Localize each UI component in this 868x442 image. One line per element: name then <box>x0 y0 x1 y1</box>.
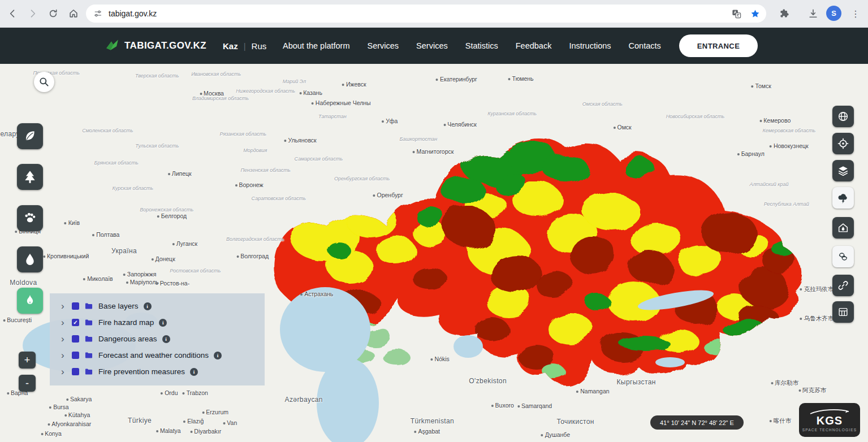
kgs-swoosh-icon <box>809 409 850 414</box>
checkbox[interactable] <box>72 352 79 359</box>
map-search-button[interactable] <box>34 72 54 92</box>
zoom-out-button[interactable]: - <box>19 375 36 392</box>
paw-icon <box>23 211 37 226</box>
fauna-layer-button[interactable] <box>17 205 43 231</box>
nav-instructions[interactable]: Instructions <box>569 41 611 50</box>
share-link-button[interactable] <box>832 275 854 296</box>
folder-icon <box>84 318 93 327</box>
data-table-button[interactable] <box>832 301 854 323</box>
layer-row-base-layers[interactable]: Base layers <box>50 298 265 314</box>
water-drop-icon <box>23 252 37 267</box>
layers-icon <box>837 164 849 177</box>
nav-statistics[interactable]: Statistics <box>465 41 498 50</box>
layer-label: Fire prevention measures <box>98 367 185 376</box>
crosshair-icon <box>837 137 849 150</box>
volunteer-button[interactable] <box>832 246 854 267</box>
kgs-subtitle: SPACE TECHNOLOGIES <box>802 428 857 432</box>
site-navbar: TABIGAT.GOV.KZ Kaz | Rus About the platf… <box>0 28 868 64</box>
url-text: tabigat.gov.kz <box>109 9 157 18</box>
translate-icon[interactable] <box>731 8 742 19</box>
fire-layer-button[interactable] <box>17 288 43 314</box>
layer-row-fire-prevention[interactable]: Fire prevention measures <box>50 363 265 380</box>
fire-home-icon <box>837 222 849 234</box>
lang-kaz[interactable]: Kaz <box>223 41 238 51</box>
layer-label: Base layers <box>98 302 139 310</box>
layer-label: Forecast and weather conditions <box>98 351 209 359</box>
map-canvas[interactable]: МоскваКазаньИжевскНабережные ЧелныЕкатер… <box>0 64 868 442</box>
fire-events-button[interactable] <box>832 217 854 239</box>
layer-row-fire-hazard-map[interactable]: Fire hazard map <box>50 314 265 331</box>
hands-icon <box>837 250 849 263</box>
nav-contacts[interactable]: Contacts <box>629 41 661 50</box>
site-settings-icon[interactable] <box>93 8 103 19</box>
home-icon[interactable] <box>67 7 80 20</box>
info-icon[interactable] <box>159 319 167 327</box>
search-icon <box>38 76 50 88</box>
chevron-right-icon[interactable] <box>61 318 67 327</box>
weather-button[interactable] <box>832 187 854 209</box>
folder-icon <box>84 302 93 310</box>
lang-rus[interactable]: Rus <box>252 41 267 51</box>
table-icon <box>837 306 849 318</box>
site-logo[interactable]: TABIGAT.GOV.KZ <box>105 28 206 64</box>
basemap-globe-button[interactable] <box>832 106 854 127</box>
checkbox[interactable] <box>72 335 79 343</box>
link-icon <box>837 279 849 292</box>
checkbox[interactable] <box>72 368 79 375</box>
nav-services-1[interactable]: Services <box>368 41 399 50</box>
layer-row-dangerous-areas[interactable]: Dangerous areas <box>50 331 265 347</box>
checkbox[interactable] <box>72 319 79 326</box>
menu-kebab-icon[interactable]: ⋮ <box>849 7 862 20</box>
entrance-button[interactable]: ENTRANCE <box>679 34 758 57</box>
chevron-right-icon[interactable] <box>61 350 67 360</box>
bird-logo-icon <box>105 38 119 53</box>
download-icon[interactable] <box>806 7 820 20</box>
folder-icon <box>84 367 93 376</box>
info-icon[interactable] <box>214 352 222 359</box>
url-bar[interactable]: tabigat.gov.kz <box>86 5 766 23</box>
folder-icon <box>84 335 93 343</box>
storm-cloud-icon <box>837 192 849 204</box>
checkbox[interactable] <box>72 302 79 310</box>
info-icon[interactable] <box>190 368 198 376</box>
back-icon[interactable] <box>6 7 19 20</box>
chevron-right-icon[interactable] <box>61 367 67 376</box>
folder-icon <box>84 351 93 359</box>
layers-button[interactable] <box>832 160 854 181</box>
chevron-right-icon[interactable] <box>61 334 67 344</box>
nav-services-2[interactable]: Services <box>416 41 448 50</box>
layer-label: Dangerous areas <box>98 335 157 343</box>
extensions-icon[interactable] <box>778 7 791 20</box>
main-nav: About the platform Services Services Sta… <box>283 28 661 64</box>
forward-icon[interactable] <box>26 7 40 20</box>
bookmark-star-icon[interactable] <box>750 8 761 19</box>
profile-avatar[interactable]: S <box>826 6 841 21</box>
info-icon[interactable] <box>144 302 152 310</box>
forest-layer-button[interactable] <box>17 164 43 190</box>
layer-label: Fire hazard map <box>98 318 154 327</box>
locate-button[interactable] <box>832 133 854 154</box>
layer-row-forecast-weather[interactable]: Forecast and weather conditions <box>50 347 265 363</box>
flora-layer-button[interactable] <box>17 123 43 149</box>
reload-icon[interactable] <box>46 7 60 20</box>
globe-icon <box>837 110 849 123</box>
coordinates-readout: 41° 10' 24" N 72° 48' 22" E <box>650 415 744 430</box>
layers-panel: Base layers Fire hazard map Dangerous ar… <box>50 293 265 385</box>
kgs-logo: KGS SPACE TECHNOLOGIES <box>799 403 860 437</box>
lang-separator: | <box>244 41 246 51</box>
zoom-in-button[interactable]: + <box>19 352 36 369</box>
flame-icon <box>23 293 37 308</box>
water-layer-button[interactable] <box>17 246 43 272</box>
browser-toolbar: tabigat.gov.kz S ⋮ <box>0 0 868 28</box>
site-logo-text: TABIGAT.GOV.KZ <box>124 40 206 51</box>
nav-about[interactable]: About the platform <box>283 41 350 50</box>
chevron-right-icon[interactable] <box>61 301 67 311</box>
info-icon[interactable] <box>162 335 170 343</box>
kgs-name: KGS <box>817 415 843 426</box>
leaf-icon <box>23 129 37 144</box>
nav-feedback[interactable]: Feedback <box>516 41 552 50</box>
pine-tree-icon <box>23 170 37 184</box>
